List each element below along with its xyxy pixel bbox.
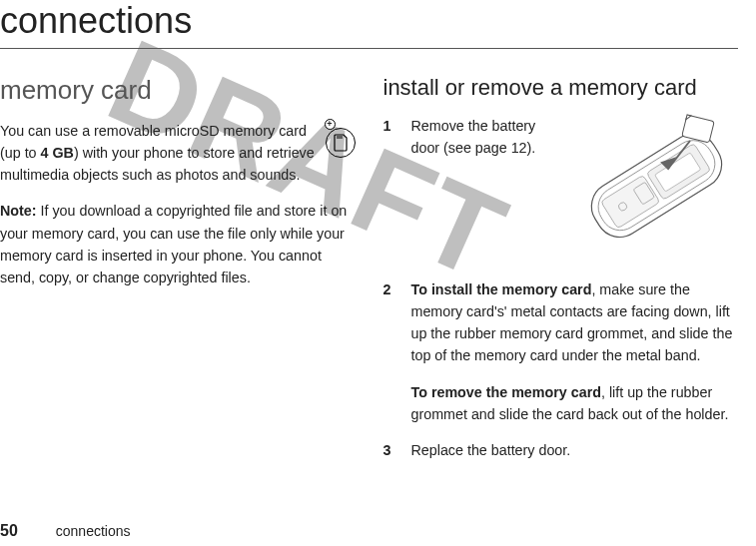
right-column: install or remove a memory card Remove t… <box>383 75 739 475</box>
horizontal-rule <box>0 48 738 49</box>
section-heading-memory-card: memory card <box>0 75 356 106</box>
intro-bold: 4 GB <box>41 145 74 161</box>
step-2: To install the memory card, make sure th… <box>383 278 739 425</box>
steps-list: Remove the battery door (see page 12). <box>383 115 739 461</box>
note-label: Note: <box>0 203 37 219</box>
footer-label: connections <box>56 523 131 539</box>
page-number: 50 <box>0 522 18 540</box>
step-2b-text: To remove the memory card, lift up the r… <box>411 381 739 425</box>
step-2b-bold: To remove the memory card <box>411 384 601 400</box>
microsd-icon <box>326 128 356 158</box>
step-3: Replace the battery door. <box>383 439 739 461</box>
page-title: connections <box>0 0 738 42</box>
page-footer: 50 connections <box>0 522 131 540</box>
note-body: If you download a copyrighted file and s… <box>0 203 347 284</box>
note-paragraph: Note: If you download a copyrighted file… <box>0 200 356 288</box>
step-1-text: Remove the battery door (see page 12). <box>411 115 541 159</box>
step-2a-text: To install the memory card, make sure th… <box>411 278 739 367</box>
left-column: memory card + You can use a removable mi… <box>0 75 356 475</box>
plus-icon: + <box>325 119 336 130</box>
step-1: Remove the battery door (see page 12). <box>383 115 739 265</box>
step-3-text: Replace the battery door. <box>411 442 571 458</box>
subsection-heading-install: install or remove a memory card <box>383 75 739 101</box>
phone-illustration <box>558 111 738 261</box>
intro-paragraph: You can use a removable microSD memory c… <box>0 120 318 186</box>
step-2a-bold: To install the memory card <box>411 281 592 297</box>
